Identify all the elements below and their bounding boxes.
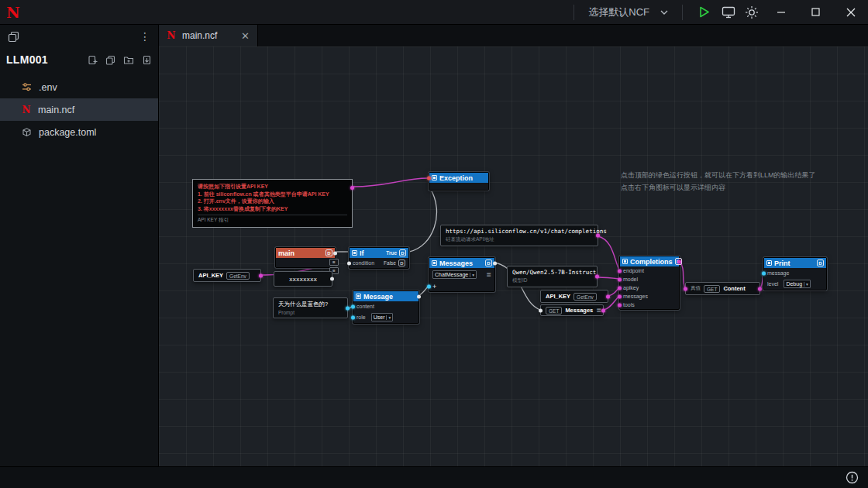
if-false-label: False (384, 260, 396, 266)
node-completions[interactable]: Completions D endpoint model apikey mes (619, 256, 680, 310)
sidebar-menu-button[interactable]: ⋮ (140, 31, 150, 42)
minimize-button[interactable] (763, 0, 798, 25)
get-messages-input-port[interactable] (539, 308, 542, 312)
canvas-help-text: 点击顶部的绿色运行按钮，就可以在下方看到LLM的输出结果了 点击右下角图标可以显… (621, 169, 816, 194)
node-if[interactable]: If True D condition False D (349, 247, 409, 269)
chevron-down-icon: ▾ (804, 282, 808, 287)
notifications-icon[interactable] (846, 471, 859, 484)
node-getenv-right[interactable]: API_KEY GetEnv (540, 290, 608, 303)
get-badge: GET (704, 285, 720, 293)
node-main[interactable]: main D (275, 247, 336, 268)
node-print[interactable]: Print D message level Debug ▾ (763, 257, 827, 290)
maximize-icon (811, 8, 820, 16)
duplicate-icon[interactable] (105, 55, 115, 65)
debug-toggle[interactable]: D (817, 259, 824, 266)
node-model-literal[interactable]: Qwen/Qwen2.5-7B-Instruct 模型ID (507, 266, 598, 287)
node-title: Completions (630, 258, 673, 266)
node-prompt-literal[interactable]: 天为什么是蓝色的? Prompt (273, 297, 348, 318)
getenv-var-name: API_KEY (198, 272, 223, 279)
print-node-icon (766, 260, 772, 266)
model-caption: 模型ID (512, 277, 592, 284)
node-message[interactable]: Message content role User ▾ (353, 290, 419, 324)
messages-add-port[interactable] (427, 284, 431, 288)
node-url-literal[interactable]: https://api.siliconflow.cn/v1/chat/compl… (440, 225, 598, 246)
file-item-env[interactable]: .env (0, 76, 158, 98)
message-type-dropdown[interactable]: ChatMessage ▾ (432, 270, 477, 279)
node-title: main (278, 249, 294, 257)
file-item-main-ncf[interactable]: N main.ncf (0, 98, 158, 121)
node-key-literal[interactable]: xxxxxxxx (274, 271, 332, 287)
debug-toggle[interactable]: D (399, 249, 406, 256)
debug-toggle[interactable]: D (326, 249, 332, 256)
node-graph-canvas[interactable]: 请按照如下指引设置API KEY 1. 前往 siliconflow.cn 或者… (159, 46, 868, 466)
prompt-caption: Prompt (278, 310, 343, 315)
ncf-selector-label: 选择默认NCF (588, 5, 649, 19)
getenv-output-port[interactable] (606, 294, 610, 298)
run-button[interactable] (692, 0, 715, 25)
level-dropdown[interactable]: Debug ▾ (784, 280, 810, 288)
file-name: .env (39, 82, 57, 93)
get-content-field: Content (723, 285, 745, 292)
monitor-button[interactable] (717, 0, 740, 25)
api-key-note-node[interactable]: 请按照如下指引设置API KEY 1. 前往 siliconflow.cn 或者… (192, 179, 353, 228)
model-output-port[interactable] (595, 275, 599, 279)
completions-messages-port[interactable] (618, 294, 622, 298)
get-messages-output-port[interactable] (601, 308, 605, 312)
completions-tools-port[interactable] (618, 303, 622, 307)
message-content-port[interactable] (351, 304, 355, 308)
maximize-button[interactable] (798, 0, 833, 25)
completions-output-port[interactable] (677, 259, 681, 263)
node-title: If (360, 249, 364, 257)
tab-close-icon[interactable]: ✕ (241, 31, 250, 41)
completions-node-icon (622, 259, 628, 264)
new-file-icon[interactable] (88, 55, 98, 65)
messages-output-port[interactable] (493, 261, 497, 265)
node-getenv-left[interactable]: API_KEY GetEnv (193, 269, 261, 282)
project-name: LLM001 (6, 53, 48, 66)
completions-input-label: model (623, 277, 638, 282)
prompt-output-port[interactable] (346, 306, 350, 310)
note-line: 3. 将xxxxxxxx替换成复制下来的KEY (198, 205, 347, 213)
completions-model-port[interactable] (618, 277, 622, 281)
new-folder-icon[interactable] (123, 55, 134, 65)
message-role-port[interactable] (351, 315, 355, 319)
getenv-output-port[interactable] (259, 273, 263, 277)
project-actions (88, 55, 152, 65)
add-item-button[interactable]: + (432, 283, 436, 290)
import-file-icon[interactable] (142, 55, 152, 65)
file-name: main.ncf (38, 105, 74, 115)
node-title: Print (774, 259, 790, 267)
get-content-output-port[interactable] (758, 287, 762, 290)
note-output-port[interactable] (350, 186, 354, 190)
completions-input-label: endpoint (623, 268, 644, 273)
get-content-input-port[interactable] (684, 287, 687, 290)
completions-endpoint-port[interactable] (618, 269, 622, 273)
if-condition-port[interactable] (347, 261, 351, 265)
print-message-port[interactable] (762, 271, 766, 275)
file-item-package-toml[interactable]: package.toml (0, 121, 158, 143)
exception-input-port[interactable] (427, 176, 431, 180)
close-button[interactable] (833, 0, 868, 25)
message-output-port[interactable] (417, 294, 421, 298)
node-messages[interactable]: Messages D ChatMessage ▾ ≣ + (429, 257, 495, 292)
role-dropdown[interactable]: User ▾ (371, 313, 394, 321)
wire-url-to-endpoint (598, 236, 619, 270)
completions-apikey-port[interactable] (618, 286, 622, 290)
node-get-messages[interactable]: GET Messages ≣ (540, 304, 604, 316)
main-node-body (276, 258, 335, 267)
theme-toggle-button[interactable] (740, 0, 763, 25)
main-output-port[interactable] (333, 251, 337, 255)
ncf-file-icon: N (22, 105, 31, 115)
node-get-content[interactable]: 真值 GET Content (685, 282, 760, 295)
ncf-selector-dropdown[interactable]: 选择默认NCF (582, 0, 674, 25)
url-output-port[interactable] (596, 234, 600, 238)
key-output-port[interactable] (330, 277, 334, 281)
node-title: Message (363, 293, 393, 301)
debug-toggle[interactable]: D (398, 259, 405, 266)
node-exception[interactable]: Exception (429, 172, 489, 191)
explorer-pages-icon[interactable] (8, 31, 19, 43)
list-icon: ≣ (486, 272, 491, 278)
debug-toggle[interactable]: D (485, 259, 492, 266)
tab-main-ncf[interactable]: N main.ncf ✕ (159, 25, 258, 46)
equals-input-badge[interactable]: ≡ (329, 259, 339, 266)
